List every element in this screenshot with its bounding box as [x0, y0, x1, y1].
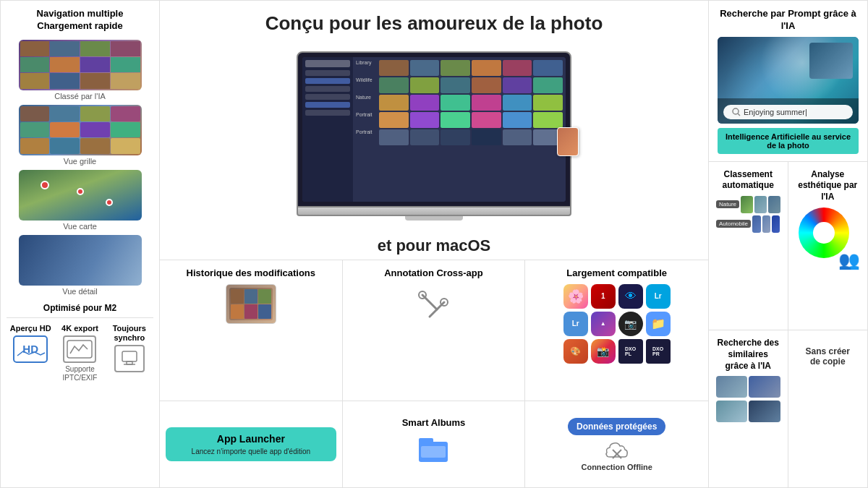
data-badge: Données protégées	[568, 418, 665, 435]
svg-line-14	[738, 114, 740, 116]
sans-copie-label: Sans créer de copie	[796, 338, 861, 375]
thumb-ai-img	[19, 40, 142, 90]
laptop-screen-inner: Library	[302, 57, 566, 202]
nature-thumb3	[768, 196, 780, 213]
nature-thumb	[741, 196, 753, 213]
thumb-map-label: Vue carte	[63, 222, 97, 231]
historique-cell: Historique des modifications	[160, 260, 343, 401]
analyse-visual: 👥	[799, 207, 856, 265]
apercu-hd-feature: Aperçu HD HD	[7, 324, 54, 382]
similar-t2	[749, 376, 780, 398]
iptc-sub: Supporte IPTC/EXIF	[56, 365, 103, 382]
eyecatcher-icon: 👁	[618, 284, 643, 309]
analyse-title: Analyse esthétique par l'IA	[796, 169, 861, 203]
laptop: Library	[297, 51, 571, 221]
thumb-map-img	[19, 170, 142, 221]
annotation-cell: Annotation Cross-app	[343, 260, 526, 401]
hd-icon: HD	[13, 335, 48, 363]
similar-t3	[716, 401, 747, 422]
screen-main: Library	[353, 57, 566, 202]
similar-row2	[716, 401, 780, 422]
small-preview	[809, 43, 853, 79]
offline-section: Connection Offline	[581, 440, 652, 471]
analyse-cell: Analyse esthétique par l'IA 👥	[788, 162, 868, 331]
lr2-icon: Lr	[563, 312, 588, 336]
luminar-icon: ▲	[591, 312, 616, 336]
svg-point-13	[733, 108, 739, 114]
nature-thumb2	[754, 196, 767, 213]
instagram-icon: 📸	[591, 339, 616, 364]
synchro-title: Toujours synchro	[106, 324, 153, 343]
nature-row: Nature	[716, 196, 780, 213]
thumb-ai: Classé par l'IA	[7, 40, 153, 100]
laptop-base	[297, 207, 571, 216]
one-icon: 1	[591, 284, 616, 309]
svg-rect-10	[421, 446, 446, 458]
ai-search-bar[interactable]: Enjoying summer|	[723, 105, 853, 119]
nature-badge: Nature	[716, 200, 739, 208]
laptop-screen: Library	[297, 51, 571, 207]
similar-row1	[716, 376, 780, 398]
ai-search-image: Enjoying summer|	[718, 37, 859, 124]
nav-title: Navigation multiple Chargement rapide	[7, 8, 153, 33]
auto-thumb2	[762, 215, 770, 233]
smart-albums-cell: Smart Albums	[343, 401, 526, 487]
search-placeholder: Enjoying summer|	[744, 108, 807, 116]
screen-sidebar	[302, 57, 353, 202]
auto-thumb3	[772, 215, 780, 233]
thumb-grid-img	[19, 105, 142, 155]
app-launcher-widget[interactable]: App Launcher Lancez n'importe quelle app…	[166, 427, 336, 461]
smart-albums-title: Smart Albums	[402, 417, 466, 428]
center-features: Historique des modifications	[160, 260, 708, 401]
bottom-strip: App Launcher Lancez n'importe quelle app…	[160, 401, 708, 487]
pixelmator-icon: 🎨	[563, 339, 588, 364]
app-launcher-cell: App Launcher Lancez n'importe quelle app…	[160, 401, 343, 487]
offline-icon	[604, 440, 630, 461]
thumb-detail-img	[19, 235, 142, 286]
right-column: Recherche par Prompt grâce à l'IA Enjoyi…	[708, 1, 867, 487]
synchro-feature: Toujours synchro	[106, 324, 153, 382]
apercu-title: Aperçu HD	[10, 324, 51, 333]
dxo-pl-icon: DXOPL	[618, 339, 643, 364]
m2-badge: Optimisé pour M2	[7, 303, 153, 313]
svg-rect-1	[122, 351, 137, 361]
hist-title: Historique des modifications	[187, 267, 315, 280]
left-column: Navigation multiple Chargement rapide Cl…	[1, 1, 160, 487]
annotation-icon	[412, 284, 455, 328]
thumb-detail: Vue détail	[7, 235, 153, 296]
annotation-title: Annotation Cross-app	[384, 267, 483, 280]
similar-thumbs	[716, 376, 780, 422]
similar-t4	[749, 401, 780, 422]
ai-search-section: Recherche par Prompt grâce à l'IA Enjoyi…	[709, 1, 867, 162]
classement-title: Classement automatique	[716, 169, 780, 192]
laptop-stand	[405, 216, 463, 221]
center-top: Conçu pour les amoureux de la photo	[160, 1, 708, 40]
auto-badge: Automobile	[716, 220, 751, 228]
floating-thumb	[557, 127, 579, 156]
center-column: Conçu pour les amoureux de la photo	[160, 1, 708, 487]
subtitle: et pour macOS	[160, 231, 708, 260]
compat-cell: Largement compatible 🌸 1 👁 Lr Lr ▲ 📷 📁 🎨…	[525, 260, 708, 401]
lr-icon: Lr	[646, 284, 671, 309]
classement-thumbs: Nature Automobile	[716, 196, 780, 233]
right-features-grid: Classement automatique Nature Automobile	[709, 162, 867, 487]
compat-icons-grid: 🌸 1 👁 Lr Lr ▲ 📷 📁 🎨 📸 DXOPL DXOPR	[563, 284, 671, 364]
ai-search-title: Recherche par Prompt grâce à l'IA	[718, 8, 859, 33]
thumb-ai-label: Classé par l'IA	[54, 92, 106, 100]
folder-icon: 📁	[646, 312, 671, 336]
synchro-icon	[114, 345, 145, 372]
camera-icon: 📷	[618, 312, 643, 336]
sans-copie-cell: Sans créer de copie	[788, 330, 868, 487]
4k-icon	[63, 335, 96, 363]
compat-title: Largement compatible	[566, 267, 667, 280]
thumb-grid-label: Vue grille	[64, 157, 96, 166]
similar-title: Recherche des similaires grâce à l'IA	[716, 338, 780, 372]
smart-albums-icon	[415, 431, 451, 472]
ai-banner: Intelligence Artificielle au service de …	[718, 128, 859, 154]
connection-offline-label: Connection Offline	[581, 463, 652, 471]
data-protected-cell: Données protégées Connection Offline	[525, 401, 708, 487]
similar-t1	[716, 376, 747, 398]
thumb-detail-label: Vue détail	[62, 287, 98, 296]
auto-thumb1	[752, 215, 760, 233]
4k-title: 4K export	[61, 324, 98, 333]
